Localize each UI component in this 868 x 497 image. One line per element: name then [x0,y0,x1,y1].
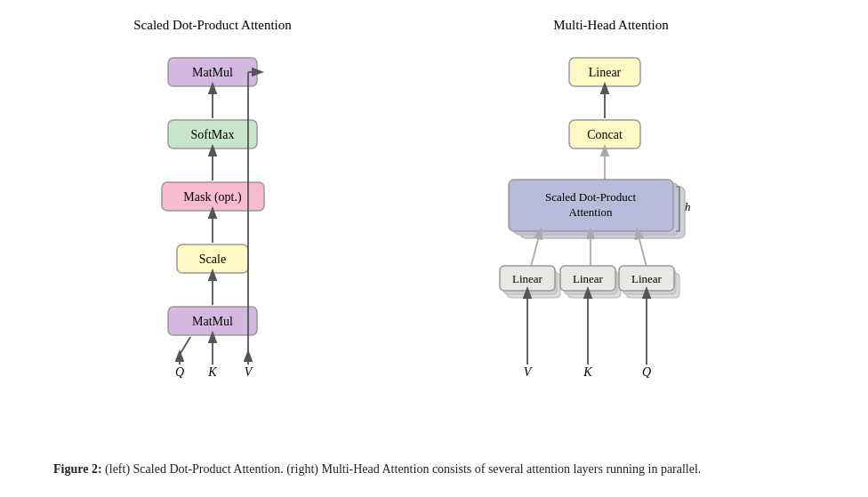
linear-v-label: Linear [512,272,543,285]
linear-top-label: Linear [589,66,622,79]
matmul-bot-label: MatMul [192,315,233,328]
concat-label: Concat [587,128,623,141]
left-diagram: Scaled Dot-Product Attention MatMul Soft… [70,18,355,378]
scale-label: Scale [199,253,226,266]
sdpa-label-2: Attention [568,205,613,219]
svg-line-11 [180,337,190,355]
mask-label: Mask (opt.) [183,190,242,204]
v-label-right: V [524,365,533,378]
caption-text: (left) Scaled Dot-Product Attention. (ri… [102,462,702,476]
caption-label: Figure 2: [53,462,102,476]
diagrams-row: Scaled Dot-Product Attention MatMul Soft… [36,18,832,445]
k-label-left: K [207,365,217,378]
right-flow-svg: Linear Concat Scaled Dot-Product Attenti… [473,49,749,378]
caption: Figure 2: (left) Scaled Dot-Product Atte… [36,460,832,479]
left-diagram-title: Scaled Dot-Product Attention [133,18,291,33]
k-label-right: K [583,365,592,378]
sdpa-label-1: Scaled Dot-Product [545,190,637,204]
q-label-right: Q [642,365,651,378]
right-diagram-title: Multi-Head Attention [553,18,669,33]
softmax-label: SoftMax [191,128,235,141]
v-label-left: V [245,365,253,378]
matmul-top-label: MatMul [192,66,233,79]
left-flow-svg: MatMul SoftMax Mask (opt.) Scale [119,49,306,378]
linear-q-label: Linear [631,272,663,285]
q-label-left: Q [175,365,184,378]
linear-k-label: Linear [573,272,604,285]
right-diagram: Multi-Head Attention Linear Con [424,18,798,378]
h-label: h [685,200,691,213]
main-container: Scaled Dot-Product Attention MatMul Soft… [0,0,868,497]
